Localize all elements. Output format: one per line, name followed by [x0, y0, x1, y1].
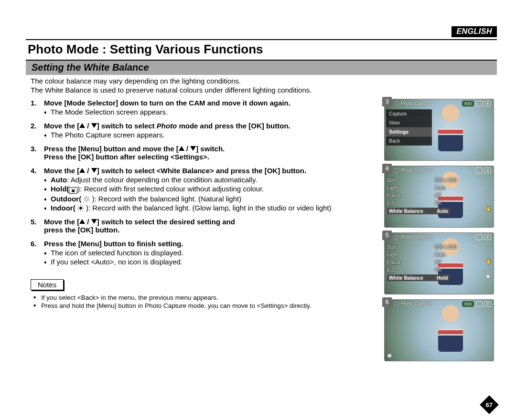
lcd-6: 6 ◯ Photo Capture 800 N ▮ ▣: [384, 299, 497, 361]
step-number: 5.: [31, 218, 44, 234]
svg-line-15: [82, 210, 83, 210]
sun-filled-icon: [77, 205, 84, 211]
resolution-badge: 800: [462, 101, 474, 106]
lcd-side-icons: ⏲✋: [485, 191, 492, 212]
step-number: 4.: [31, 167, 44, 212]
lcd-step-badge: 4: [382, 164, 392, 173]
resolution-badge: 800: [462, 301, 474, 307]
lcd-settings-list: Size800 x 600 LightAuto FocusAF EISOn Wh…: [386, 176, 492, 215]
up-arrow-icon: [79, 219, 85, 224]
section-subtitle: Setting the White Balance: [32, 62, 149, 73]
language-badge: ENGLISH: [452, 26, 497, 37]
note-item: If you select <Back> in the menu, the pr…: [41, 294, 377, 301]
lcd-status-bar: ◯ Photo Capture 800 N ▮: [394, 301, 491, 307]
lcd-3: 3 ◯ Photo Capture 800 N ▮ Capture: [384, 99, 497, 161]
lcd-mode-title: Photo Settings: [401, 168, 432, 173]
note-item: Press and hold the [Menu] button in Phot…: [41, 302, 377, 309]
setting-row-size[interactable]: Size800 x 600: [386, 243, 492, 251]
menu-item-back[interactable]: Back: [386, 136, 432, 146]
camera-icon: ◯: [394, 301, 399, 306]
lcd-status-bar: ◯ Photo Capture 800 N ▮: [394, 101, 491, 106]
header-row: ENGLISH: [0, 0, 516, 39]
step-6: 6. Press the [Menu] button to finish set…: [31, 240, 377, 266]
lcd-mode-title: Photo Capture: [401, 101, 432, 106]
up-arrow-icon: [79, 123, 85, 128]
svg-point-0: [86, 198, 88, 200]
lcd-step-badge: 3: [382, 97, 392, 106]
step-main: Press the [Menu] button to finish settin…: [44, 240, 377, 248]
card-icon: N: [476, 101, 483, 106]
down-arrow-icon: [91, 168, 97, 173]
step-main: Move [Mode Selector] down to turn on the…: [44, 99, 377, 107]
step-number: 2.: [31, 122, 44, 139]
lcd-4: 4 ◯ Photo Settings N ▮ Size800 x 600 L: [384, 166, 497, 228]
lcd-step-badge: 6: [382, 297, 392, 307]
step-main: Move the [ / ] switch to select the desi…: [44, 218, 377, 234]
step-number: 3.: [31, 145, 44, 161]
battery-icon: ▮: [484, 301, 491, 307]
lcd-status-bar: ◯ Photo Settings N ▮: [394, 168, 491, 173]
svg-line-6: [88, 200, 88, 201]
setting-row-light[interactable]: LightAuto: [386, 184, 492, 191]
menu-item-capture[interactable]: Capture: [386, 109, 432, 118]
page-title: Photo Mode : Setting Various Functions: [28, 42, 516, 57]
timer-icon: ⏲: [485, 191, 492, 197]
steps-column: 1. Move [Mode Selector] down to turn on …: [31, 99, 377, 311]
step-number: 1.: [31, 99, 44, 116]
lcd-mode-title: Photo Settings: [401, 234, 432, 240]
divider: [26, 39, 497, 40]
setting-row-light[interactable]: LightAuto: [386, 251, 492, 258]
svg-line-16: [78, 210, 79, 210]
subtitle-bar: Setting the White Balance: [26, 61, 497, 75]
step-3: 3. Press the [Menu] button and move the …: [31, 145, 377, 161]
menu-item-view[interactable]: View: [386, 118, 432, 127]
svg-line-17: [82, 206, 83, 206]
hand-icon: ✋: [485, 206, 492, 212]
sun-outline-icon: [83, 196, 90, 202]
setting-row-focus[interactable]: FocusAF: [386, 191, 492, 199]
lcd-side-icons: ✋▣: [485, 258, 492, 279]
setting-row-white-balance[interactable]: White BalanceHold: [386, 273, 492, 282]
wb-outdoor: Outdoor( ): Record with the balanced lig…: [44, 195, 377, 203]
svg-line-5: [85, 197, 85, 197]
lcd-settings-list: Size800 x 600 LightAuto FocusAF EISOn Wh…: [386, 243, 492, 282]
svg-point-9: [79, 207, 82, 210]
step-number: 6.: [31, 240, 44, 266]
menu-item-settings[interactable]: Settings: [386, 127, 432, 136]
camera-icon: ◯: [394, 234, 399, 240]
step-4: 4. Move the [ / ] switch to select <Whit…: [31, 167, 377, 212]
up-arrow-icon: [79, 168, 85, 173]
down-arrow-icon: [190, 146, 196, 151]
svg-line-8: [88, 197, 88, 197]
setting-row-eis[interactable]: EISOn: [386, 199, 492, 207]
step-main: Move the [ / ] switch to select Photo mo…: [44, 122, 377, 130]
intro-text: The colour balance may vary depending on…: [31, 77, 497, 95]
hold-indicator-icon: ▣: [485, 273, 492, 279]
step-sub: The Photo Capture screen appears.: [44, 131, 377, 139]
hold-indicator-icon: ▣: [387, 352, 392, 358]
card-icon: N: [476, 234, 483, 240]
hold-icon: ▣: [69, 187, 77, 194]
notes-list: If you select <Back> in the menu, the pr…: [31, 294, 377, 309]
notes-label: Notes: [31, 279, 64, 290]
page-number: 67: [483, 398, 496, 411]
step-sub: The Mode Selection screen appears.: [44, 108, 377, 116]
lcd-mode-title: Photo Capture: [401, 301, 432, 306]
intro-line: The colour balance may vary depending on…: [31, 77, 497, 86]
setting-row-white-balance[interactable]: White BalanceAuto: [386, 207, 492, 215]
step-5: 5. Move the [ / ] switch to select the d…: [31, 218, 377, 234]
down-arrow-icon: [91, 219, 97, 224]
intro-line: The White Balance is used to preserve na…: [31, 86, 497, 95]
lcd-status-bar: ◯ Photo Settings N ▮: [394, 234, 491, 240]
wb-hold: Hold(▣): Record with first selected colo…: [44, 185, 377, 194]
setting-row-size[interactable]: Size800 x 600: [386, 176, 492, 184]
setting-row-focus[interactable]: FocusAF: [386, 258, 492, 266]
down-arrow-icon: [91, 123, 97, 128]
card-icon: N: [476, 168, 483, 173]
camera-icon: ◯: [394, 168, 399, 173]
svg-line-14: [78, 206, 79, 206]
setting-row-eis[interactable]: EISOn: [386, 266, 492, 273]
wb-auto: Auto: Adjust the colour depending on the…: [44, 176, 377, 184]
hand-icon: ✋: [485, 258, 492, 264]
subject-illustration: [434, 305, 467, 352]
